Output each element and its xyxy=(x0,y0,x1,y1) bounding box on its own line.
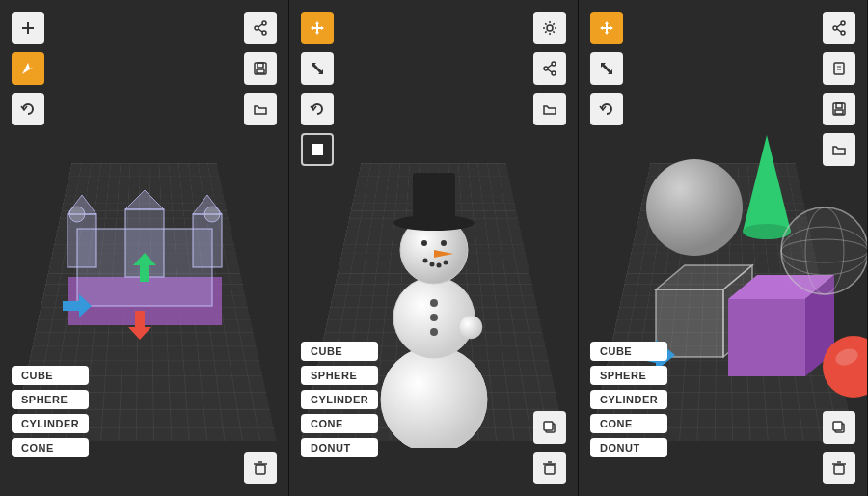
svg-point-2 xyxy=(262,21,266,25)
undo-button-3[interactable] xyxy=(590,93,623,125)
shape-label-cylinder-1[interactable]: CYLINDER xyxy=(12,414,89,433)
svg-rect-9 xyxy=(257,69,264,73)
move-button-2[interactable] xyxy=(301,12,334,44)
svg-point-41 xyxy=(441,240,447,246)
shape-labels-2: CUBE SPHERE CYLINDER CONE DONUT xyxy=(301,342,378,457)
toolbar-right-1 xyxy=(244,12,277,125)
shape-label-cylinder-2[interactable]: CYLINDER xyxy=(301,390,378,409)
svg-rect-8 xyxy=(258,63,263,68)
shape-label-cube-1[interactable]: CUBE xyxy=(12,366,89,385)
resize-button-2[interactable] xyxy=(301,52,334,85)
svg-point-27 xyxy=(547,25,553,31)
svg-point-43 xyxy=(422,259,427,263)
svg-line-58 xyxy=(837,24,841,27)
svg-point-44 xyxy=(429,262,434,267)
share-button-1[interactable] xyxy=(244,12,277,44)
svg-rect-13 xyxy=(193,214,222,267)
svg-line-59 xyxy=(837,29,841,32)
move-button-3[interactable] xyxy=(590,12,623,44)
svg-point-3 xyxy=(255,26,258,30)
shape-label-donut-3[interactable]: DONUT xyxy=(590,438,667,457)
toolbar-left-3 xyxy=(590,12,623,125)
toolbar-left-2 xyxy=(301,12,334,166)
transform-button-1[interactable] xyxy=(12,52,44,85)
delete-button-1[interactable] xyxy=(244,452,277,484)
svg-line-5 xyxy=(258,24,262,27)
shape-label-cone-3[interactable]: CONE xyxy=(590,414,667,433)
shape-label-sphere-3[interactable]: SPHERE xyxy=(590,366,667,385)
svg-point-36 xyxy=(459,316,482,339)
shape-label-cone-1[interactable]: CONE xyxy=(12,438,89,457)
shape-label-sphere-1[interactable]: SPHERE xyxy=(12,390,89,409)
open-button-3[interactable] xyxy=(823,133,855,166)
share-button-2[interactable] xyxy=(533,52,566,85)
svg-point-56 xyxy=(833,26,837,30)
svg-rect-12 xyxy=(68,214,96,267)
svg-point-30 xyxy=(552,71,556,75)
shape-label-cube-2[interactable]: CUBE xyxy=(301,342,378,361)
svg-point-40 xyxy=(421,240,427,246)
castle-svg xyxy=(48,161,241,354)
delete-button-3[interactable] xyxy=(823,452,855,484)
svg-rect-60 xyxy=(834,63,844,74)
toolbar-right-2 xyxy=(533,12,566,125)
bottom-right-1 xyxy=(244,452,277,484)
svg-line-31 xyxy=(548,65,552,68)
svg-line-6 xyxy=(258,29,262,32)
shape-labels-3: CUBE SPHERE CYLINDER CONE DONUT xyxy=(590,342,667,457)
undo-button-2[interactable] xyxy=(301,93,334,125)
svg-point-46 xyxy=(443,261,448,265)
svg-point-75 xyxy=(781,207,868,294)
resize-button-3[interactable] xyxy=(590,52,623,85)
duplicate-button-2[interactable] xyxy=(533,411,566,444)
save-button-3[interactable] xyxy=(823,93,855,125)
svg-point-66 xyxy=(646,159,743,256)
svg-rect-52 xyxy=(545,465,555,474)
svg-point-18 xyxy=(69,207,85,222)
shape-label-sphere-2[interactable]: SPHERE xyxy=(301,366,378,385)
duplicate-button-3[interactable] xyxy=(823,411,855,444)
svg-point-4 xyxy=(262,31,266,35)
folder-button-2[interactable] xyxy=(533,93,566,125)
shape-label-cylinder-3[interactable]: CYLINDER xyxy=(590,390,667,409)
add-button-1[interactable] xyxy=(12,12,44,44)
svg-point-34 xyxy=(381,346,487,448)
svg-point-55 xyxy=(841,21,845,25)
settings-button-2[interactable] xyxy=(533,12,566,44)
share-button-3[interactable] xyxy=(823,12,855,44)
svg-rect-39 xyxy=(413,173,455,223)
panel-2: CUBE SPHERE CYLINDER CONE DONUT xyxy=(289,0,579,496)
shape-label-donut-2[interactable]: DONUT xyxy=(301,438,378,457)
svg-rect-23 xyxy=(256,465,265,474)
bottom-right-2 xyxy=(533,411,566,484)
svg-marker-73 xyxy=(743,135,791,232)
svg-point-19 xyxy=(204,207,220,222)
delete-button-2[interactable] xyxy=(533,452,566,484)
toolbar-left-1 xyxy=(12,12,44,125)
shape-label-cone-2[interactable]: CONE xyxy=(301,414,378,433)
svg-rect-64 xyxy=(836,103,842,108)
svg-marker-17 xyxy=(125,190,164,209)
toolbar-right-3 xyxy=(823,12,855,166)
svg-point-48 xyxy=(430,314,438,321)
svg-rect-65 xyxy=(835,110,843,114)
svg-line-32 xyxy=(548,69,552,72)
shape-label-cube-3[interactable]: CUBE xyxy=(590,342,667,361)
svg-point-28 xyxy=(552,62,556,66)
svg-rect-51 xyxy=(544,422,553,430)
open-button-1[interactable] xyxy=(244,93,277,125)
color-button-2[interactable] xyxy=(301,133,334,166)
svg-point-45 xyxy=(436,263,441,268)
shape-labels-1: CUBE SPHERE CYLINDER CONE xyxy=(12,366,89,457)
svg-point-47 xyxy=(430,299,438,307)
save-button-1[interactable] xyxy=(244,52,277,85)
svg-point-49 xyxy=(430,328,438,336)
panel-3: CUBE SPHERE CYLINDER CONE DONUT xyxy=(579,0,868,496)
undo-button-1[interactable] xyxy=(12,93,44,125)
svg-rect-84 xyxy=(834,465,844,474)
svg-rect-26 xyxy=(312,144,323,155)
bottom-right-3 xyxy=(823,411,855,484)
new-button-3[interactable] xyxy=(823,52,855,85)
svg-point-29 xyxy=(544,67,548,70)
svg-point-57 xyxy=(841,31,845,35)
